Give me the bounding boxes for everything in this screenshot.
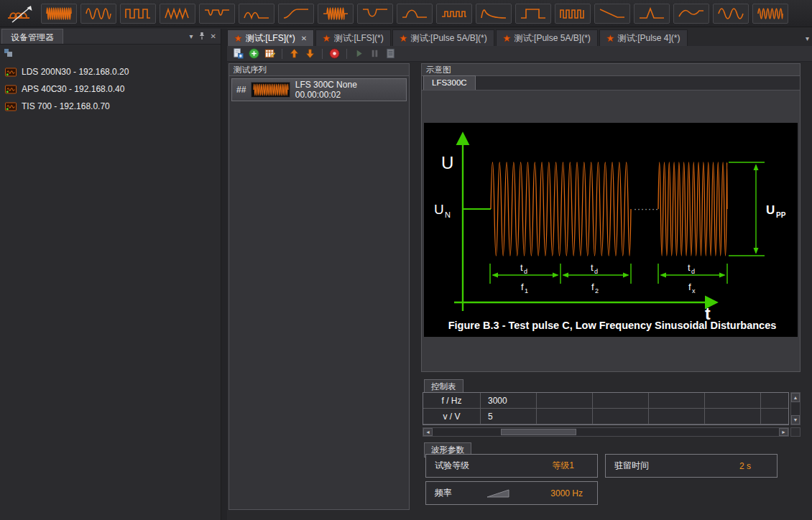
document-tab[interactable]: 测试:[LFS](*) (315, 29, 391, 46)
toolbar-double-dip-button[interactable] (199, 4, 235, 24)
toolbar-micro-pulses-button[interactable] (436, 4, 472, 24)
move-up-button[interactable] (287, 47, 301, 60)
hscroll-thumb[interactable] (501, 429, 576, 435)
panel-toolbar-icon[interactable] (4, 49, 14, 57)
figure-caption: Figure B.3 - Test pulse C, Low Frequency… (448, 320, 777, 331)
burst-thumbnail-icon (252, 83, 290, 97)
control-table-hscrollbar[interactable]: ◄ ► (423, 427, 789, 437)
toolbar-square-pulses-button[interactable] (120, 4, 156, 24)
control-table-label: 控制表 (424, 379, 463, 394)
frequency-field[interactable]: 频率 3000 Hz (425, 481, 598, 505)
document-tab[interactable]: 测试:[Pulse 5A/B](*) (496, 29, 598, 46)
toolbar-separator (346, 49, 347, 59)
dip2-wave-icon (203, 6, 231, 22)
new-sequence-icon (232, 47, 244, 60)
test-sequence-panel: 测试序列 ##LFS 300C None 00.00:00:02 (229, 63, 410, 510)
control-table: f / Hz3000v / V5 (423, 392, 789, 425)
dwell-time-value[interactable]: 2 s (739, 461, 777, 471)
chevron-down-icon[interactable]: ▾ (190, 32, 193, 40)
toolbar-gated-burst-button[interactable] (318, 4, 354, 24)
panel-splitter[interactable] (221, 29, 227, 520)
device-item[interactable]: TIS 700 - 192.168.0.70 (0, 98, 221, 115)
pin-icon[interactable] (198, 32, 206, 40)
cell-empty[interactable] (593, 393, 649, 409)
cell-empty[interactable] (537, 393, 593, 409)
cell-param[interactable]: f / Hz (423, 393, 481, 409)
test-level-label: 试验等级 (426, 460, 469, 472)
tab-close-icon[interactable]: ✕ (301, 34, 307, 42)
test-detail-area: 示意图 LFS300C ······· (421, 63, 801, 513)
device-label: TIS 700 - 192.168.0.70 (22, 101, 110, 111)
pulse-figure: ······· U U N t t d t d t d (424, 123, 798, 337)
frequency-value[interactable]: 3000 Hz (550, 488, 597, 498)
toolbar-decay-pulse-button[interactable] (476, 4, 512, 24)
edit-button[interactable] (263, 47, 277, 60)
f1-sub: 1 (525, 287, 528, 294)
device-item[interactable]: LDS 200N30 - 192.168.0.20 (0, 63, 221, 80)
tab-list-dropdown-icon[interactable]: ▾ (806, 34, 809, 42)
sequence-item[interactable]: ##LFS 300C None 00.00:00:02 (231, 78, 407, 101)
device-item[interactable]: APS 40C30 - 192.168.0.40 (0, 80, 221, 98)
play-button[interactable] (352, 47, 366, 60)
cell-empty[interactable] (593, 409, 649, 424)
cell-empty[interactable] (705, 393, 761, 409)
add-button[interactable] (247, 47, 261, 60)
move-down-button[interactable] (303, 47, 317, 60)
dwell-time-field[interactable]: 驻留时间 2 s (605, 454, 778, 478)
document-tab[interactable]: 测试:[LFS](*)✕ (227, 29, 314, 46)
wave-wave-icon (716, 6, 745, 22)
test-level-value[interactable]: 等级1 (552, 460, 597, 472)
document-tabbar: 测试:[LFS](*)✕测试:[LFS](*)测试:[Pulse 5A/B](*… (227, 29, 812, 46)
document-tab[interactable]: 测试:[Pulse 5A/B](*) (392, 29, 494, 46)
waveform-toolbar (0, 0, 812, 27)
device-manager-panel: 设备管理器 ▾ ✕ LDS 200N30 - 192.168.0.20APS 4… (0, 29, 221, 520)
scroll-up-icon[interactable]: ▲ (791, 393, 800, 402)
toolbar-ramp-down-button[interactable] (594, 4, 630, 24)
toolbar-spike-pulse-button[interactable] (634, 4, 670, 24)
control-table-vscrollbar[interactable]: ▲ ▼ (790, 392, 801, 425)
tab-label: 测试:[LFS](*) (246, 32, 295, 45)
toolbar-sine-wave-button[interactable] (80, 4, 116, 24)
td3-label: t (688, 262, 691, 273)
scroll-down-icon[interactable]: ▼ (791, 415, 800, 424)
toolbar-long-wave-button[interactable] (713, 4, 749, 24)
toolbar-rise-curve-button[interactable] (278, 4, 314, 24)
cell-empty[interactable] (649, 409, 705, 424)
schematic-tab[interactable]: LFS300C (423, 75, 476, 90)
cell-empty[interactable] (761, 393, 789, 409)
test-level-field[interactable]: 试验等级 等级1 (425, 454, 598, 478)
toolbar-smooth-curve-button[interactable] (673, 4, 709, 24)
td3-sub: d (691, 268, 695, 275)
cell-param[interactable]: v / V (423, 409, 481, 424)
cell-empty[interactable] (761, 409, 789, 424)
report-button[interactable] (384, 47, 397, 60)
pause-button[interactable] (368, 47, 382, 60)
cell-empty[interactable] (537, 409, 593, 424)
device-manager-title: 设备管理器 (11, 32, 54, 42)
toolbar-dense-burst-button[interactable] (41, 4, 77, 24)
pulses-wave-icon (440, 6, 469, 22)
cell-empty[interactable] (649, 393, 705, 409)
toolbar-dense-sine-button[interactable] (752, 4, 788, 24)
toolbar-step-pulse-button[interactable] (515, 4, 551, 24)
toolbar-voltage-dip-button[interactable] (357, 4, 393, 24)
new-button[interactable] (231, 47, 245, 60)
scroll-left-icon[interactable]: ◄ (423, 428, 433, 436)
decay-wave-icon (479, 6, 508, 22)
cell-empty[interactable] (705, 409, 761, 424)
toolbar-triangle-wave-button[interactable] (160, 4, 195, 24)
device-manager-tab[interactable]: 设备管理器 (1, 29, 63, 44)
sequence-index: ## (236, 85, 246, 95)
stop-button[interactable] (328, 47, 341, 60)
sequence-panel-header: 测试序列 (229, 64, 409, 76)
close-icon[interactable]: ✕ (211, 32, 216, 40)
cell-value[interactable]: 3000 (481, 393, 537, 409)
pause-icon (369, 47, 381, 60)
document-tab[interactable]: 测试:[Pulse 4](*) (599, 29, 688, 46)
toolbar-single-bump-button[interactable] (397, 4, 433, 24)
toolbar-double-bump-button[interactable] (239, 4, 274, 24)
toolbar-pulse-train-button[interactable] (555, 4, 591, 24)
scroll-right-icon[interactable]: ► (779, 428, 788, 436)
ramp-wave-icon (598, 6, 627, 22)
cell-value[interactable]: 5 (481, 409, 537, 424)
